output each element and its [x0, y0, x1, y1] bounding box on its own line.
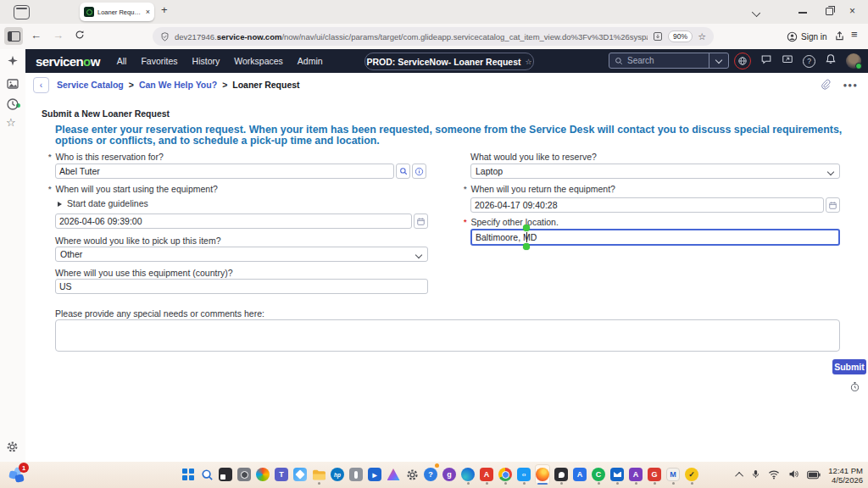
reload-button[interactable]	[75, 30, 85, 42]
help-icon[interactable]: ?	[803, 55, 815, 68]
tray-overflow-chevron-icon[interactable]	[735, 472, 743, 480]
reserve-select[interactable]: Laptop	[470, 164, 840, 179]
file-explorer-icon[interactable]	[311, 464, 326, 485]
global-search[interactable]: Search	[609, 53, 729, 69]
screenshots-icon[interactable]	[6, 77, 19, 94]
forward-button[interactable]: →	[53, 29, 64, 42]
search-scope-dropdown[interactable]	[709, 53, 728, 68]
comments-textarea[interactable]	[55, 319, 840, 352]
timer-stopwatch-icon[interactable]	[849, 381, 860, 394]
context-pill[interactable]: PROD: ServiceNow- Loaner Request ☆	[364, 53, 534, 70]
photos-app-icon[interactable]	[292, 464, 308, 485]
nav-history[interactable]: History	[192, 56, 220, 66]
nav-favorites[interactable]: Favorites	[141, 56, 177, 66]
start-date-guidelines[interactable]: Start date guidelines	[58, 198, 148, 208]
share-icon[interactable]	[834, 30, 845, 45]
chrome-browser-icon[interactable]	[498, 464, 513, 485]
vscode-icon[interactable]: ‹›	[516, 464, 531, 485]
app-menu-button[interactable]: ≡	[851, 28, 858, 41]
bookmark-star-icon[interactable]: ☆	[698, 31, 706, 42]
start-date-calendar-button[interactable]	[414, 214, 428, 229]
nav-admin[interactable]: Admin	[298, 56, 323, 66]
ai-chatbot-icon[interactable]	[6, 54, 19, 71]
window-close-button[interactable]: ×	[849, 5, 855, 17]
start-button[interactable]	[181, 464, 196, 485]
more-options-icon[interactable]: ●●●	[843, 81, 859, 89]
teams-icon[interactable]: T	[274, 464, 289, 485]
connect-chat-icon[interactable]	[760, 53, 772, 69]
notifications-bell-icon[interactable]	[825, 53, 837, 69]
app-dark-icon[interactable]	[218, 464, 233, 485]
tab-close-icon[interactable]: ×	[146, 8, 150, 16]
app-blue-m-icon[interactable]: M	[665, 464, 681, 485]
hp-support-icon[interactable]: hp	[330, 464, 345, 485]
camera-app-icon[interactable]	[236, 464, 252, 485]
shield-permissions-icon[interactable]	[160, 32, 170, 42]
pickup-select[interactable]: Other	[55, 247, 428, 262]
url-bar[interactable]: dev217946.service-now.com/now/nav/ui/cla…	[153, 27, 714, 46]
who-input[interactable]	[55, 164, 394, 179]
edge-browser-icon[interactable]	[460, 464, 476, 485]
page-zoom-badge[interactable]: 90%	[668, 30, 693, 42]
back-button[interactable]: ←	[31, 29, 42, 42]
sidebar-toggle-button[interactable]	[4, 27, 23, 45]
reference-lookup-button[interactable]	[396, 164, 410, 179]
adobe-app-icon[interactable]: A	[479, 464, 494, 485]
taskbar-clock[interactable]: 12:41 PM 4/5/2026	[828, 466, 863, 485]
url-text[interactable]: dev217946.service-now.com/now/nav/ui/cla…	[175, 32, 648, 42]
firefox-view-icon[interactable]	[14, 5, 30, 19]
settings-gear-icon[interactable]	[404, 464, 420, 485]
submit-button[interactable]: Submit	[832, 359, 866, 374]
sign-in-button[interactable]: Sign in	[782, 28, 832, 45]
app-blue-a-icon[interactable]: A	[572, 464, 587, 485]
country-input[interactable]	[55, 279, 428, 294]
window-minimize-button[interactable]	[798, 12, 807, 14]
copilot-icon[interactable]	[255, 464, 270, 485]
nav-workspaces[interactable]: Workspaces	[234, 56, 283, 66]
list-tabs-chevron-icon[interactable]	[752, 8, 760, 17]
camtasia-icon[interactable]: C	[591, 464, 606, 485]
films-tv-icon[interactable]: ▸	[367, 464, 382, 485]
goto-app-icon[interactable]: g	[442, 464, 457, 485]
reader-view-icon[interactable]	[653, 31, 663, 42]
start-date-input[interactable]	[55, 214, 412, 229]
user-avatar[interactable]	[846, 53, 861, 69]
app-yellow-check-icon[interactable]: ✓	[684, 464, 699, 485]
sidebar-settings-icon[interactable]	[6, 441, 19, 457]
servicenow-logo[interactable]: servicenow	[36, 54, 100, 69]
window-restore-button[interactable]	[826, 8, 833, 15]
taskbar-search-button[interactable]	[199, 464, 214, 485]
reference-info-button[interactable]	[412, 164, 426, 179]
microphone-tray-icon[interactable]	[751, 468, 760, 483]
gimp-app-icon[interactable]	[554, 464, 569, 485]
new-tab-button[interactable]: +	[161, 3, 168, 16]
required-marker: *	[464, 185, 467, 193]
battery-tray-icon[interactable]	[807, 468, 821, 483]
return-date-input[interactable]	[470, 197, 824, 213]
firefox-browser-icon[interactable]	[535, 464, 550, 485]
app-purple-a-icon[interactable]: A	[628, 464, 643, 485]
return-date-calendar-button[interactable]	[826, 197, 840, 213]
breadcrumb-back-button[interactable]: ‹	[33, 77, 49, 93]
audio-recorder-icon[interactable]	[348, 464, 364, 485]
breadcrumb-service-catalog[interactable]: Service Catalog	[57, 80, 124, 90]
get-help-icon[interactable]: ?	[423, 464, 438, 485]
outlook-icon[interactable]	[609, 464, 625, 485]
required-marker: *	[48, 152, 52, 161]
attachment-paperclip-icon[interactable]	[820, 79, 831, 92]
browser-tab[interactable]: Loaner Request | PROD: Service ×	[80, 3, 154, 21]
record-globe-icon[interactable]	[734, 53, 751, 69]
breadcrumb-can-we-help[interactable]: Can We Help You?	[139, 80, 217, 90]
history-icon[interactable]	[6, 97, 19, 114]
screen-share-icon[interactable]	[782, 53, 793, 69]
bookmarks-icon[interactable]: ☆	[6, 116, 16, 129]
selection-handle-top[interactable]	[523, 225, 530, 231]
volume-tray-icon[interactable]	[787, 468, 799, 483]
widgets-button[interactable]: 1	[8, 466, 30, 485]
wifi-tray-icon[interactable]	[768, 468, 780, 483]
nav-all[interactable]: All	[117, 56, 127, 66]
paint-app-icon[interactable]	[386, 464, 401, 485]
favorite-star-icon[interactable]: ☆	[525, 58, 531, 66]
selection-handle-bottom[interactable]	[523, 243, 530, 250]
app-red-g-icon[interactable]: G	[647, 464, 662, 485]
